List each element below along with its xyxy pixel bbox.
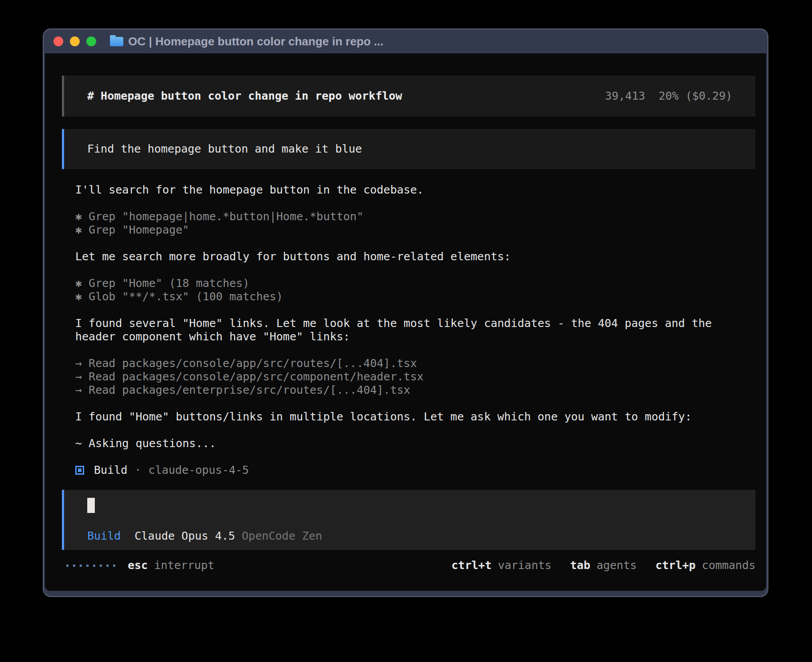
tool-call-grep: ✱ Grep "Home" (18 matches) (75, 277, 755, 290)
tool-call-grep: ✱ Grep "Homepage" (75, 223, 755, 237)
terminal-window: OC | Homepage button color change in rep… (43, 28, 768, 597)
agent-name: Build (94, 464, 127, 477)
context-cost: 20% ($0.29) (658, 89, 732, 103)
tool-call-read: → Read packages/console/app/src/routes/[… (75, 357, 755, 370)
input-status: Build Claude Opus 4.5 OpenCode Zen (87, 529, 745, 543)
agents-key: tab (570, 559, 590, 572)
folder-icon (110, 37, 123, 46)
status-left: esc interrupt (66, 559, 215, 572)
maximize-button[interactable] (86, 36, 96, 46)
prompt-input[interactable]: Build Claude Opus 4.5 OpenCode Zen (62, 490, 755, 550)
shortcut-variants: ctrl+t variants (451, 559, 552, 572)
tool-call-read: → Read packages/console/app/src/componen… (75, 370, 755, 383)
esc-key: esc (128, 559, 148, 572)
window-title: OC | Homepage button color change in rep… (128, 35, 384, 48)
user-message: Find the homepage button and make it blu… (62, 129, 755, 169)
shortcut-commands: ctrl+p commands (655, 559, 755, 572)
titlebar: OC | Homepage button color change in rep… (44, 29, 767, 53)
agent-build-icon (75, 466, 84, 475)
session-header: # Homepage button color change in repo w… (62, 76, 755, 117)
text-cursor (87, 498, 95, 513)
commands-key: ctrl+p (655, 559, 695, 572)
terminal-content: # Homepage button color change in repo w… (45, 53, 766, 591)
user-message-text: Find the homepage button and make it blu… (87, 142, 362, 156)
session-meta: 39,413 20% ($0.29) (605, 89, 732, 103)
assistant-text: Let me search more broadly for buttons a… (75, 250, 755, 263)
close-button[interactable] (53, 36, 63, 46)
input-model-label[interactable]: Claude Opus 4.5 (134, 529, 235, 543)
token-count: 39,413 (605, 89, 645, 103)
assistant-text: I found "Home" buttons/links in multiple… (75, 410, 755, 424)
assistant-text: I found several "Home" links. Let me loo… (75, 317, 755, 343)
agent-separator: · (134, 464, 141, 477)
tool-call-grep: ✱ Grep "homepage|home.*button|Home.*butt… (75, 210, 755, 223)
status-bar: esc interrupt ctrl+t variants tab agents… (62, 559, 755, 572)
tool-call-read: → Read packages/enterprise/src/routes/[.… (75, 383, 755, 397)
input-provider-label: OpenCode Zen (242, 529, 322, 543)
spinner-dots-icon (66, 565, 115, 567)
shortcut-agents: tab agents (570, 559, 637, 572)
commands-label: commands (702, 559, 755, 572)
agent-model: claude-opus-4-5 (148, 464, 249, 477)
variants-key: ctrl+t (451, 559, 491, 572)
session-title: # Homepage button color change in repo w… (87, 89, 402, 103)
tool-call-glob: ✱ Glob "**/*.tsx" (100 matches) (75, 290, 755, 303)
agent-row: Build · claude-opus-4-5 (75, 464, 755, 477)
agents-label: agents (597, 559, 637, 572)
assistant-text: I'll search for the homepage button in t… (75, 183, 755, 197)
esc-label: interrupt (154, 559, 214, 572)
minimize-button[interactable] (70, 36, 80, 46)
input-agent-label[interactable]: Build (87, 529, 121, 543)
status-right: ctrl+t variants tab agents ctrl+p comman… (451, 559, 755, 572)
variants-label: variants (498, 559, 551, 572)
assistant-status: ~ Asking questions... (75, 437, 755, 450)
